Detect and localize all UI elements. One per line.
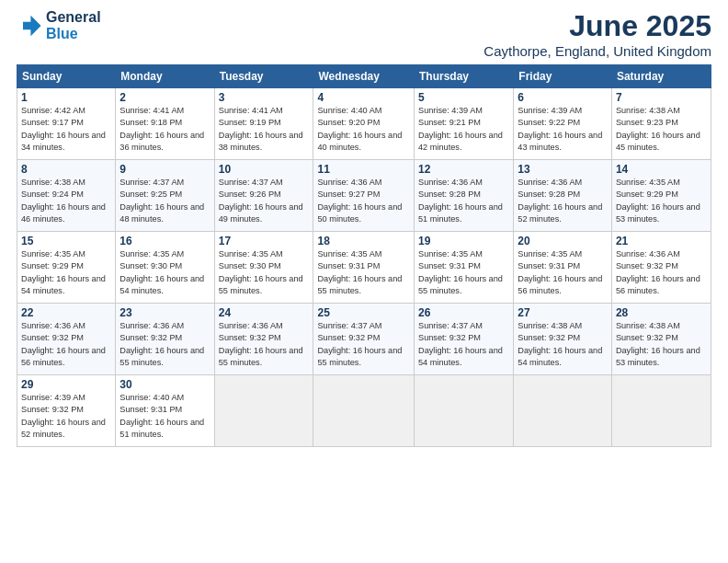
- table-row: 18Sunrise: 4:35 AMSunset: 9:31 PMDayligh…: [313, 232, 415, 304]
- day-number: 29: [21, 378, 111, 391]
- day-detail: Sunrise: 4:41 AMSunset: 9:19 PMDaylight:…: [219, 106, 303, 152]
- table-row: 11Sunrise: 4:36 AMSunset: 9:27 PMDayligh…: [313, 160, 415, 232]
- day-detail: Sunrise: 4:39 AMSunset: 9:32 PMDaylight:…: [21, 393, 106, 439]
- col-header-tuesday: Tuesday: [214, 65, 313, 88]
- day-number: 18: [317, 235, 410, 247]
- day-detail: Sunrise: 4:39 AMSunset: 9:21 PMDaylight:…: [418, 106, 503, 152]
- table-row: 2Sunrise: 4:41 AMSunset: 9:18 PMDaylight…: [116, 88, 214, 160]
- day-number: 4: [317, 91, 410, 104]
- day-number: 22: [21, 306, 111, 319]
- col-header-saturday: Saturday: [611, 65, 711, 88]
- day-number: 13: [518, 163, 608, 176]
- day-number: 28: [616, 306, 707, 319]
- table-row: 7Sunrise: 4:38 AMSunset: 9:23 PMDaylight…: [611, 88, 711, 160]
- day-detail: Sunrise: 4:40 AMSunset: 9:20 PMDaylight:…: [317, 106, 402, 152]
- page: General Blue June 2025 Caythorpe, Englan…: [0, 0, 728, 563]
- day-detail: Sunrise: 4:37 AMSunset: 9:32 PMDaylight:…: [317, 321, 402, 367]
- day-detail: Sunrise: 4:36 AMSunset: 9:28 PMDaylight:…: [518, 178, 602, 224]
- day-number: 16: [119, 235, 210, 247]
- calendar-title: June 2025: [483, 9, 711, 43]
- day-detail: Sunrise: 4:42 AMSunset: 9:17 PMDaylight:…: [21, 106, 106, 152]
- table-row: 16Sunrise: 4:35 AMSunset: 9:30 PMDayligh…: [116, 232, 214, 304]
- table-row: 22Sunrise: 4:36 AMSunset: 9:32 PMDayligh…: [17, 304, 116, 375]
- col-header-wednesday: Wednesday: [313, 65, 415, 88]
- table-row: 28Sunrise: 4:38 AMSunset: 9:32 PMDayligh…: [611, 304, 711, 375]
- day-detail: Sunrise: 4:38 AMSunset: 9:23 PMDaylight:…: [616, 106, 700, 152]
- col-header-thursday: Thursday: [415, 65, 514, 88]
- table-row: 12Sunrise: 4:36 AMSunset: 9:28 PMDayligh…: [415, 160, 514, 232]
- table-row: [415, 375, 514, 447]
- day-detail: Sunrise: 4:37 AMSunset: 9:26 PMDaylight:…: [219, 178, 303, 224]
- table-row: 6Sunrise: 4:39 AMSunset: 9:22 PMDaylight…: [514, 88, 612, 160]
- table-row: 24Sunrise: 4:36 AMSunset: 9:32 PMDayligh…: [214, 304, 313, 375]
- day-number: 1: [21, 91, 111, 104]
- day-number: 5: [418, 91, 509, 104]
- table-row: 19Sunrise: 4:35 AMSunset: 9:31 PMDayligh…: [415, 232, 514, 304]
- col-header-monday: Monday: [116, 65, 214, 88]
- day-detail: Sunrise: 4:35 AMSunset: 9:30 PMDaylight:…: [119, 249, 204, 295]
- table-row: 13Sunrise: 4:36 AMSunset: 9:28 PMDayligh…: [514, 160, 612, 232]
- day-detail: Sunrise: 4:36 AMSunset: 9:32 PMDaylight:…: [21, 321, 106, 367]
- table-row: 17Sunrise: 4:35 AMSunset: 9:30 PMDayligh…: [214, 232, 313, 304]
- table-row: 1Sunrise: 4:42 AMSunset: 9:17 PMDaylight…: [17, 88, 116, 160]
- day-detail: Sunrise: 4:35 AMSunset: 9:29 PMDaylight:…: [616, 178, 700, 224]
- day-number: 20: [518, 235, 608, 247]
- logo-icon: [17, 13, 42, 39]
- day-number: 2: [119, 91, 210, 104]
- day-detail: Sunrise: 4:38 AMSunset: 9:32 PMDaylight:…: [616, 321, 700, 367]
- day-number: 9: [119, 163, 210, 176]
- table-row: 23Sunrise: 4:36 AMSunset: 9:32 PMDayligh…: [116, 304, 214, 375]
- day-detail: Sunrise: 4:37 AMSunset: 9:32 PMDaylight:…: [418, 321, 503, 367]
- day-number: 6: [518, 91, 608, 104]
- day-detail: Sunrise: 4:35 AMSunset: 9:31 PMDaylight:…: [518, 249, 602, 295]
- day-number: 19: [418, 235, 509, 247]
- table-row: 10Sunrise: 4:37 AMSunset: 9:26 PMDayligh…: [214, 160, 313, 232]
- day-number: 14: [616, 163, 707, 176]
- day-number: 10: [219, 163, 310, 176]
- day-number: 25: [317, 306, 410, 319]
- day-detail: Sunrise: 4:36 AMSunset: 9:32 PMDaylight:…: [616, 249, 700, 295]
- day-detail: Sunrise: 4:37 AMSunset: 9:25 PMDaylight:…: [119, 178, 204, 224]
- table-row: 8Sunrise: 4:38 AMSunset: 9:24 PMDaylight…: [17, 160, 116, 232]
- day-detail: Sunrise: 4:36 AMSunset: 9:28 PMDaylight:…: [418, 178, 503, 224]
- table-row: 21Sunrise: 4:36 AMSunset: 9:32 PMDayligh…: [611, 232, 711, 304]
- table-row: 29Sunrise: 4:39 AMSunset: 9:32 PMDayligh…: [17, 375, 116, 447]
- day-number: 12: [418, 163, 509, 176]
- day-number: 8: [21, 163, 111, 176]
- table-row: 15Sunrise: 4:35 AMSunset: 9:29 PMDayligh…: [17, 232, 116, 304]
- logo: General Blue: [17, 9, 101, 41]
- logo-text: General Blue: [46, 9, 101, 41]
- table-row: 26Sunrise: 4:37 AMSunset: 9:32 PMDayligh…: [415, 304, 514, 375]
- col-header-sunday: Sunday: [17, 65, 116, 88]
- day-detail: Sunrise: 4:38 AMSunset: 9:24 PMDaylight:…: [21, 178, 106, 224]
- table-row: [514, 375, 612, 447]
- day-number: 11: [317, 163, 410, 176]
- table-row: 3Sunrise: 4:41 AMSunset: 9:19 PMDaylight…: [214, 88, 313, 160]
- day-detail: Sunrise: 4:41 AMSunset: 9:18 PMDaylight:…: [119, 106, 204, 152]
- day-detail: Sunrise: 4:35 AMSunset: 9:30 PMDaylight:…: [219, 249, 303, 295]
- day-detail: Sunrise: 4:36 AMSunset: 9:27 PMDaylight:…: [317, 178, 402, 224]
- day-number: 21: [616, 235, 707, 247]
- day-number: 3: [219, 91, 310, 104]
- table-row: [214, 375, 313, 447]
- calendar-subtitle: Caythorpe, England, United Kingdom: [483, 43, 711, 59]
- table-row: 30Sunrise: 4:40 AMSunset: 9:31 PMDayligh…: [116, 375, 214, 447]
- header: General Blue June 2025 Caythorpe, Englan…: [17, 9, 711, 59]
- table-row: [313, 375, 415, 447]
- table-row: [611, 375, 711, 447]
- day-number: 26: [418, 306, 509, 319]
- day-number: 23: [119, 306, 210, 319]
- day-number: 30: [119, 378, 210, 391]
- table-row: 27Sunrise: 4:38 AMSunset: 9:32 PMDayligh…: [514, 304, 612, 375]
- table-row: 25Sunrise: 4:37 AMSunset: 9:32 PMDayligh…: [313, 304, 415, 375]
- day-detail: Sunrise: 4:35 AMSunset: 9:31 PMDaylight:…: [418, 249, 503, 295]
- day-detail: Sunrise: 4:35 AMSunset: 9:29 PMDaylight:…: [21, 249, 106, 295]
- day-detail: Sunrise: 4:40 AMSunset: 9:31 PMDaylight:…: [119, 393, 204, 439]
- table-row: 20Sunrise: 4:35 AMSunset: 9:31 PMDayligh…: [514, 232, 612, 304]
- table-row: 9Sunrise: 4:37 AMSunset: 9:25 PMDaylight…: [116, 160, 214, 232]
- calendar-table: SundayMondayTuesdayWednesdayThursdayFrid…: [17, 64, 711, 447]
- col-header-friday: Friday: [514, 65, 612, 88]
- day-number: 24: [219, 306, 310, 319]
- table-row: 4Sunrise: 4:40 AMSunset: 9:20 PMDaylight…: [313, 88, 415, 160]
- day-number: 17: [219, 235, 310, 247]
